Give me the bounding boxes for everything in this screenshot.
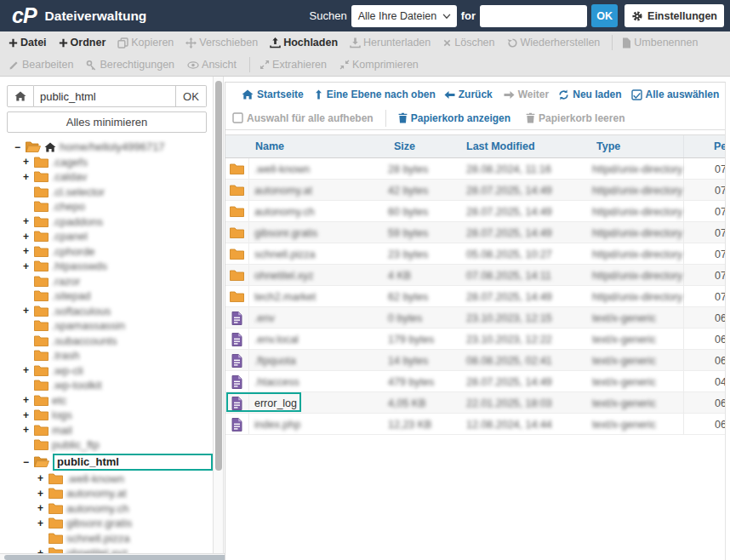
file-row[interactable]: .well-known28 bytes28.08.2024, 11:16http… bbox=[225, 158, 725, 180]
expand-toggle[interactable]: + bbox=[37, 488, 48, 500]
tree-item[interactable]: +autonomy.at bbox=[0, 486, 213, 501]
delete-icon bbox=[442, 38, 452, 48]
nav-startseite[interactable]: Startseite bbox=[242, 89, 304, 100]
collapse-all-button[interactable]: Alles minimieren bbox=[7, 111, 207, 133]
file-row[interactable]: gibsonr.gratis59 bytes28.07.2025, 14:49h… bbox=[225, 222, 725, 243]
settings-label: Einstellungen bbox=[647, 10, 717, 22]
scrollbar-thumb[interactable] bbox=[4, 555, 241, 560]
column-header-modified[interactable]: Last Modified bbox=[466, 140, 592, 152]
collapse-toggle[interactable]: − bbox=[14, 141, 26, 153]
file-type: httpd/unix-directory bbox=[592, 206, 683, 218]
tree-item[interactable]: +.cpanel bbox=[0, 229, 213, 244]
search-scope-select[interactable]: Alle Ihre Dateien bbox=[351, 5, 457, 27]
file-perms: 06 bbox=[683, 350, 726, 371]
expand-toggle[interactable]: + bbox=[23, 394, 34, 406]
file-icon bbox=[225, 350, 249, 371]
tree-item[interactable]: .subaccounts bbox=[0, 334, 213, 349]
tree-item[interactable]: .trash bbox=[0, 348, 213, 363]
expand-toggle[interactable]: + bbox=[37, 547, 48, 553]
tree-item[interactable]: +autonomy.ch bbox=[0, 501, 213, 517]
nav-papierkorb-leeren[interactable]: Papierkorb leeren bbox=[526, 112, 624, 124]
folder-icon bbox=[34, 350, 48, 361]
sidebar-vertical-scrollbar[interactable] bbox=[213, 77, 224, 560]
column-header-size[interactable]: Size bbox=[388, 140, 466, 152]
file-row[interactable]: index.php12,23 KB12.08.2024, 14:44text/x… bbox=[225, 414, 725, 435]
tree-item[interactable]: +.caldav bbox=[0, 169, 213, 185]
toolbar-ordner[interactable]: Ordner bbox=[59, 37, 106, 49]
nav-papierkorb-anzeigen[interactable]: Papierkorb anzeigen bbox=[398, 112, 510, 124]
search-ok-button[interactable]: OK bbox=[591, 4, 618, 27]
tree-item[interactable]: −home/helloly4996717 bbox=[0, 140, 213, 155]
column-header-type[interactable]: Type bbox=[592, 140, 683, 152]
expand-toggle[interactable]: + bbox=[23, 215, 34, 227]
file-row[interactable]: error_log4,05 KB22.01.2025, 18:03text/x-… bbox=[225, 392, 725, 414]
folder-icon bbox=[34, 306, 48, 317]
column-header-perms[interactable]: Pe bbox=[683, 135, 726, 157]
file-row[interactable]: .ftpquota14 bytes08.08.2025, 02:41text/x… bbox=[225, 350, 725, 371]
tree-item[interactable]: public_ftp bbox=[0, 437, 213, 453]
expand-toggle[interactable]: + bbox=[37, 517, 48, 529]
expand-toggle[interactable]: + bbox=[37, 472, 48, 484]
settings-button[interactable]: Einstellungen bbox=[624, 4, 724, 27]
tree-item[interactable]: +.cpaddons bbox=[0, 214, 213, 230]
file-row[interactable]: tech2.market62 bytes28.07.2025, 14:49htt… bbox=[225, 286, 725, 307]
file-icon bbox=[225, 329, 249, 350]
tree-item[interactable]: +.wp-cli bbox=[0, 363, 213, 379]
tree-item[interactable]: +.well-known bbox=[0, 471, 213, 487]
tree-item[interactable]: .wp-toolkit bbox=[0, 378, 213, 393]
nav-zur-ck[interactable]: Zurück bbox=[444, 89, 493, 100]
tree-item[interactable]: +logs bbox=[0, 408, 213, 423]
nav-alle-ausw-hlen[interactable]: Alle auswählen bbox=[631, 89, 720, 100]
tree-item[interactable]: +etc bbox=[0, 393, 213, 409]
expand-toggle[interactable]: + bbox=[23, 409, 34, 421]
collapse-toggle[interactable]: − bbox=[23, 456, 34, 468]
expand-toggle[interactable]: + bbox=[37, 502, 48, 514]
tree-item[interactable]: .cl.selector bbox=[0, 185, 213, 200]
tree-item[interactable]: .spamassassin bbox=[0, 318, 213, 334]
tree-item[interactable]: .sitepad bbox=[0, 289, 213, 304]
tree-item[interactable]: .razor bbox=[0, 274, 213, 289]
toolbar-hochladen[interactable]: Hochladen bbox=[270, 37, 338, 49]
expand-toggle[interactable]: + bbox=[23, 424, 34, 436]
tree-item[interactable]: +.htpasswds bbox=[0, 259, 213, 274]
tree-item[interactable]: +.cphorde bbox=[0, 244, 213, 260]
path-input[interactable] bbox=[34, 85, 176, 107]
file-row[interactable]: autonomy.ch60 bytes28.07.2025, 14:49http… bbox=[225, 201, 725, 222]
file-row[interactable]: autonomy.at42 bytes28.07.2025, 14:49http… bbox=[225, 180, 725, 201]
sidebar-horizontal-scrollbar[interactable] bbox=[0, 553, 247, 560]
toolbar-datei[interactable]: Datei bbox=[9, 37, 47, 49]
folder-icon bbox=[34, 276, 48, 287]
file-row[interactable]: .env.local179 bytes23.10.2023, 12:22text… bbox=[225, 329, 725, 350]
expand-toggle[interactable]: + bbox=[23, 364, 34, 376]
expand-toggle[interactable]: + bbox=[23, 305, 34, 317]
file-name: autonomy.ch bbox=[254, 206, 315, 218]
expand-toggle[interactable]: + bbox=[23, 231, 34, 243]
nav-auswahl-f-r-alle-aufheben[interactable]: Auswahl für alle aufheben bbox=[232, 112, 374, 124]
expand-toggle[interactable]: + bbox=[23, 171, 34, 183]
expand-toggle[interactable]: + bbox=[23, 260, 34, 272]
tree-item[interactable]: −public_html bbox=[0, 453, 213, 471]
nav-weiter[interactable]: Weiter bbox=[504, 89, 549, 100]
tree-item[interactable]: +gibsonr.gratis bbox=[0, 516, 213, 531]
tree-item[interactable]: +mail bbox=[0, 423, 213, 438]
home-button[interactable] bbox=[7, 85, 34, 107]
scrollbar-thumb[interactable] bbox=[215, 81, 222, 471]
file-row[interactable]: .htaccess479 bytes28.07.2025, 14:49text/… bbox=[225, 371, 725, 392]
tree-item[interactable]: schnell.pizza bbox=[0, 531, 213, 546]
expand-toggle[interactable]: + bbox=[23, 156, 34, 168]
search-input[interactable] bbox=[480, 5, 587, 27]
nav-eine-ebene-nach-oben[interactable]: Eine Ebene nach oben bbox=[314, 89, 436, 100]
tree-item[interactable]: +ohnetitel.xyz bbox=[0, 546, 213, 553]
expand-toggle[interactable]: + bbox=[23, 245, 34, 257]
tree-item[interactable]: +.cagefs bbox=[0, 155, 213, 170]
nav-neu-laden[interactable]: Neu laden bbox=[558, 89, 621, 100]
tree-item-label: autonomy.at bbox=[66, 487, 127, 500]
file-row[interactable]: .env0 bytes23.10.2023, 12:15text/x-gener… bbox=[225, 307, 725, 329]
column-header-name[interactable]: Name bbox=[225, 140, 388, 152]
file-row[interactable]: ohnetitel.xyz4 KB07.08.2025, 14:11httpd/… bbox=[225, 265, 725, 286]
path-ok-button[interactable]: OK bbox=[176, 85, 207, 107]
file-type: text/x-generic bbox=[592, 376, 683, 388]
tree-item[interactable]: +.softaculous bbox=[0, 304, 213, 319]
file-row[interactable]: schnell.pizza23 bytes05.08.2025, 10:27ht… bbox=[225, 243, 725, 265]
tree-item[interactable]: .chepo bbox=[0, 199, 213, 214]
